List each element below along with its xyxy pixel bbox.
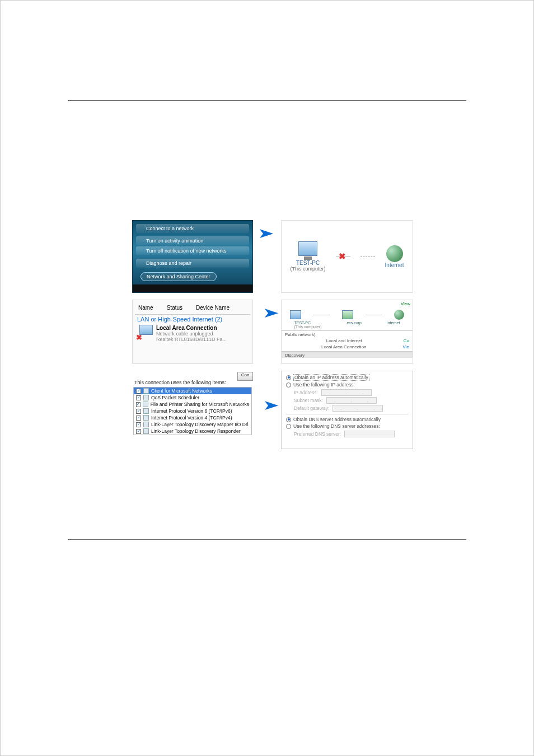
radio-auto-ip[interactable]: Obtain an IP address automatically bbox=[286, 374, 408, 381]
menu-item[interactable]: Diagnose and repair bbox=[136, 259, 249, 268]
component-icon bbox=[143, 388, 149, 394]
broken-link: ✖ bbox=[336, 256, 350, 257]
ip-settings-panel: Obtain an IP address automatically Use t… bbox=[281, 371, 413, 449]
pc-name: TEST-PC bbox=[296, 260, 320, 266]
ip-field: ... bbox=[326, 397, 377, 404]
taskbar-strip bbox=[133, 284, 252, 292]
gateway-row: Default gateway:... bbox=[294, 405, 408, 412]
menu-item[interactable]: Turn on activity animation bbox=[136, 236, 249, 245]
globe-icon bbox=[394, 310, 404, 320]
radio-icon[interactable] bbox=[286, 382, 291, 388]
col-device: Device Name bbox=[196, 305, 229, 311]
menu-item[interactable]: Turn off notification of new networks bbox=[136, 246, 249, 255]
checkbox-icon[interactable]: ✓ bbox=[136, 402, 140, 407]
ip-field bbox=[344, 431, 395, 437]
internet-label: Internet bbox=[385, 262, 404, 268]
subnet-row: Subnet mask:... bbox=[294, 397, 408, 404]
connection-item[interactable]: ✖ Local Area Connection Network cable un… bbox=[137, 325, 248, 342]
pc-node: TEST-PC (This computer) bbox=[291, 241, 326, 272]
component-icon bbox=[143, 408, 149, 414]
radio-use-dns[interactable]: Use the following DNS server addresses: bbox=[286, 423, 408, 430]
items-title: This connection uses the following items… bbox=[134, 380, 253, 385]
figure-row: Connect to a network Turn on activity an… bbox=[132, 220, 423, 293]
pc-sub: (This computer) bbox=[291, 266, 326, 272]
dashed-link bbox=[360, 256, 375, 257]
network-connections-panel: Name Status Device Name LAN or High-Spee… bbox=[132, 300, 253, 364]
discovery-row: Discovery bbox=[282, 352, 413, 358]
list-item[interactable]: ✓Link-Layer Topology Discovery Mapper I/… bbox=[134, 421, 251, 428]
document-page: ➤ ➤ ➤ Connect to a network Turn on activ… bbox=[0, 0, 534, 756]
pref-dns-row: Preferred DNS server: bbox=[294, 431, 408, 437]
connection-device: Realtek RTL8168D/8111D Fa... bbox=[156, 337, 227, 342]
ip-field: ... bbox=[332, 405, 383, 412]
globe-icon bbox=[386, 245, 403, 262]
group-header: LAN or High-Speed Internet (2) bbox=[137, 316, 248, 323]
network-map-panel: TEST-PC (This computer) ✖ Internet bbox=[281, 220, 413, 293]
radio-icon[interactable] bbox=[286, 424, 291, 429]
node-sub: (This computer) bbox=[294, 325, 321, 329]
list-item[interactable]: ✓Client for Microsoft Networks bbox=[134, 388, 251, 394]
radio-icon[interactable] bbox=[286, 417, 291, 422]
connection-name: Local Area Connection bbox=[156, 325, 217, 331]
sharing-center-panel: View TEST-PC(This computer) ecs.corp Int… bbox=[281, 300, 413, 364]
checkbox-icon[interactable]: ✓ bbox=[136, 389, 141, 394]
figure-row: Name Status Device Name LAN or High-Spee… bbox=[132, 300, 423, 364]
ip-field: ... bbox=[321, 389, 372, 396]
checkbox-icon[interactable]: ✓ bbox=[136, 416, 141, 421]
node-label: TEST-PC bbox=[294, 321, 311, 325]
list-item[interactable]: ✓Internet Protocol Version 6 (TCP/IPv6) bbox=[134, 408, 251, 414]
component-icon bbox=[143, 428, 149, 434]
configure-button[interactable]: Con bbox=[237, 372, 253, 381]
component-icon bbox=[143, 402, 148, 407]
internet-node: Internet bbox=[385, 245, 404, 268]
figure-row: Con This connection uses the following i… bbox=[132, 371, 423, 449]
checkbox-icon[interactable]: ✓ bbox=[136, 395, 141, 400]
menu-item[interactable]: Connect to a network bbox=[136, 224, 249, 233]
checkbox-icon[interactable]: ✓ bbox=[136, 422, 141, 427]
checkbox-icon[interactable]: ✓ bbox=[136, 429, 141, 434]
connection-name: Local Area Connection bbox=[321, 344, 367, 349]
tray-context-menu[interactable]: Connect to a network Turn on activity an… bbox=[132, 220, 253, 293]
monitor-icon bbox=[290, 310, 301, 319]
error-x-icon: ✖ bbox=[136, 333, 142, 342]
access-type: Local and Internet bbox=[326, 338, 362, 343]
error-x-icon: ✖ bbox=[339, 251, 346, 262]
list-header: Name Status Device Name bbox=[137, 302, 248, 313]
items-listbox[interactable]: ✓Client for Microsoft Networks ✓QoS Pack… bbox=[133, 387, 252, 435]
list-item[interactable]: ✓Link-Layer Topology Discovery Responder bbox=[134, 428, 251, 435]
connection-status: Network cable unplugged bbox=[156, 331, 227, 337]
list-item[interactable]: ✓QoS Packet Scheduler bbox=[134, 394, 251, 401]
component-icon bbox=[143, 395, 149, 400]
connection-items-panel: Con This connection uses the following i… bbox=[132, 371, 253, 449]
list-item[interactable]: ✓File and Printer Sharing for Microsoft … bbox=[134, 401, 251, 408]
radio-auto-dns[interactable]: Obtain DNS server address automatically bbox=[286, 416, 408, 423]
gateway-icon bbox=[342, 310, 353, 319]
menu-item-highlighted[interactable]: Network and Sharing Center bbox=[140, 272, 217, 281]
monitor-icon bbox=[298, 241, 317, 256]
section-label: Public network) bbox=[282, 331, 413, 337]
figure-grid: Connect to a network Turn on activity an… bbox=[132, 220, 423, 456]
checkbox-icon[interactable]: ✓ bbox=[136, 409, 141, 414]
view-link[interactable]: View bbox=[282, 300, 413, 306]
node-label: Internet bbox=[387, 321, 400, 329]
component-icon bbox=[143, 415, 149, 421]
component-icon bbox=[143, 422, 149, 427]
radio-icon[interactable] bbox=[286, 375, 291, 380]
top-rule bbox=[68, 100, 466, 101]
ip-address-row: IP address:... bbox=[294, 389, 408, 396]
node-label: ecs.corp bbox=[346, 321, 361, 329]
list-item[interactable]: ✓Internet Protocol Version 4 (TCP/IPv4) bbox=[134, 414, 251, 421]
col-name: Name bbox=[138, 305, 153, 311]
bottom-rule bbox=[68, 539, 466, 540]
col-status: Status bbox=[167, 305, 182, 311]
radio-use-ip[interactable]: Use the following IP address: bbox=[286, 381, 408, 388]
